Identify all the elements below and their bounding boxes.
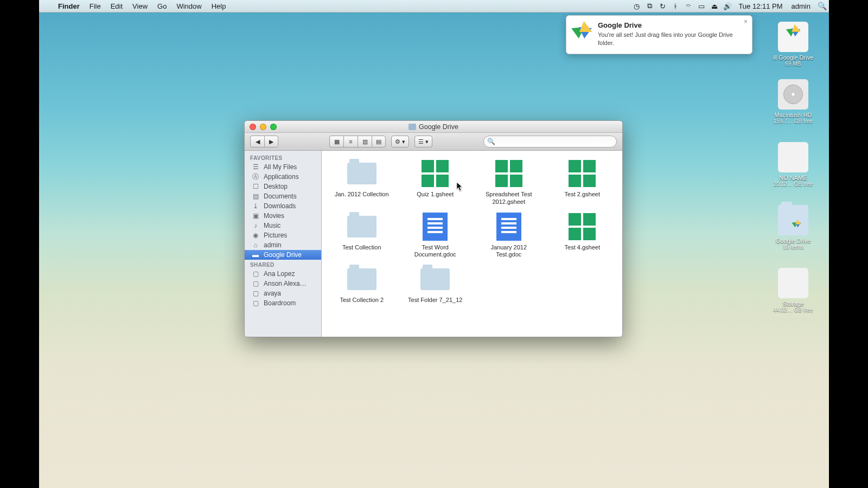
search-input[interactable] [483,136,617,147]
file-label: January 2012 Test.gdoc [479,244,539,259]
sidebar-item-label: avaya [264,290,281,297]
sidebar-item-google-drive[interactable]: ▬Google Drive [245,250,321,260]
desktop-icon-storage[interactable]: Storage 44.02… GB free [769,268,817,313]
sidebar-item-label: Applications [264,173,299,181]
nav-back-forward: ◀ ▶ [250,136,278,147]
sidebar-downloads-icon: ⤓ [251,202,260,210]
file-label: Test Collection 2 [340,297,384,304]
file-label: Spreadsheet Test 2012.gsheet [479,191,539,206]
sidebar-item-downloads[interactable]: ⤓Downloads [245,201,321,211]
window-minimize-button[interactable] [260,124,266,130]
file-item[interactable]: Quiz 1.gsheet [400,157,471,207]
file-item[interactable]: Test 4.gsheet [547,210,618,260]
gdoc-icon [423,213,448,241]
sidebar-item-label: Documents [264,192,297,200]
sidebar-apps-icon: Ⓐ [251,173,260,181]
time-machine-icon[interactable]: ↻ [656,2,669,10]
menu-extra-icon[interactable]: ◷ [630,2,643,10]
view-icon-button[interactable]: ▦ [329,136,343,147]
file-item[interactable]: Test Folder 7_21_12 [400,263,471,305]
file-item[interactable]: Test Word Document.gdoc [400,210,471,260]
desktop-icon-google-drive-folder[interactable]: Google Drive 10 items [769,205,817,250]
menu-help[interactable]: Help [207,2,231,10]
sidebar-item-all-my-files[interactable]: ☰All My Files [245,162,321,172]
sidebar-item-desktop[interactable]: ☐Desktop [245,182,321,191]
spotlight-icon[interactable]: 🔍 [815,2,829,10]
sidebar-shared-boardroom[interactable]: ▢Boardroom [245,298,321,308]
sidebar-item-label: Desktop [264,183,288,190]
desktop-icon-gdrive-app[interactable]: ill Google Drive 69 MB [769,17,817,67]
menu-go[interactable]: Go [152,2,171,10]
folder-icon [420,268,450,290]
sidebar-shared-ana-lopez[interactable]: ▢Ana Lopez [245,269,321,279]
view-coverflow-button[interactable]: ▤ [372,136,386,147]
gear-icon: ⚙ [395,138,400,145]
sidebar-header-favorites: FAVORITES [245,153,321,162]
sidebar-item-documents[interactable]: ▤Documents [245,191,321,201]
sidebar-movies-icon: ▣ [251,212,260,220]
desktop-icon-sub: 20.12… GB free [769,181,817,187]
menu-view[interactable]: View [127,2,152,10]
file-item[interactable]: Test 2.gsheet [547,157,618,207]
sidebar-item-pictures[interactable]: ◉Pictures [245,230,321,240]
window-close-button[interactable] [250,124,256,130]
file-item[interactable]: Test Collection 2 [326,263,398,305]
finder-content-area[interactable]: Jan. 2012 CollectionQuiz 1.gsheetSpreads… [322,151,622,337]
volume-icon[interactable]: 🔊 [721,2,734,10]
desktop-icon-no-name[interactable]: NO NAME 20.12… GB free [769,142,817,187]
window-zoom-button[interactable] [270,124,277,130]
view-column-button[interactable]: ▥ [358,136,372,147]
sidebar-item-label: Music [264,222,280,229]
desktop-icon-label: Macintosh HD [769,112,817,118]
app-name[interactable]: Finder [53,2,85,10]
display-icon[interactable]: ▭ [695,2,708,10]
sidebar-item-movies[interactable]: ▣Movies [245,211,321,221]
notification-close-icon[interactable]: × [744,18,748,25]
file-label: Test Folder 7_21_12 [408,297,462,304]
nav-forward-button[interactable]: ▶ [264,136,278,147]
desktop-icon-sub: 44.02… GB free [769,307,817,313]
window-titlebar[interactable]: Google Drive [245,121,622,133]
sidebar-item-admin[interactable]: ⌂admin [245,240,321,250]
sidebar-item-music[interactable]: ♪Music [245,221,321,230]
folder-icon [347,216,376,237]
sidebar-docs-icon: ▤ [251,192,260,200]
desktop-icon-sub: 10 items [769,244,817,250]
file-label: Test Word Document.gdoc [405,244,465,259]
sidebar-computer-icon: ▢ [251,290,260,297]
menu-file[interactable]: File [85,2,106,10]
sidebar-item-label: Movies [264,212,284,220]
menubar-user[interactable]: admin [787,2,815,10]
sidebar-item-label: Downloads [264,202,296,210]
gsheet-icon [569,160,596,187]
sidebar-item-label: All My Files [264,163,297,171]
sidebar-shared-avaya[interactable]: ▢avaya [245,288,321,298]
sidebar-shared-anson-alexa-[interactable]: ▢Anson Alexa… [245,279,321,288]
eject-icon[interactable]: ⏏ [708,2,721,10]
file-item[interactable]: Spreadsheet Test 2012.gsheet [473,157,545,207]
notification-toast[interactable]: × Google Drive You're all set! Just drag… [566,15,752,54]
menu-edit[interactable]: Edit [106,2,127,10]
action-menu-button[interactable]: ⚙▾ [391,136,409,147]
folder-icon [347,163,376,184]
menu-window[interactable]: Window [171,2,206,10]
bluetooth-icon[interactable]: ᚼ [669,2,682,10]
file-item[interactable]: Jan. 2012 Collection [326,157,398,207]
view-list-button[interactable]: ≡ [343,136,358,147]
finder-window: Google Drive ◀ ▶ ▦ ≡ ▥ ▤ ⚙▾ ☰▾ 🔍 [244,120,623,337]
desktop-icon-macintosh-hd[interactable]: Macintosh HD 159.7… GB free [769,79,817,124]
finder-sidebar[interactable]: FAVORITES ☰All My FilesⒶApplications☐Des… [245,151,322,337]
nav-back-button[interactable]: ◀ [250,136,264,147]
file-label: Quiz 1.gsheet [417,191,454,198]
menubar-clock[interactable]: Tue 12:11 PM [734,2,787,10]
arrange-menu-button[interactable]: ☰▾ [414,136,432,147]
wifi-icon[interactable]: ⌔ [682,2,695,10]
window-title: Google Drive [419,123,458,131]
sidebar-item-applications[interactable]: ⒶApplications [245,172,321,182]
chevron-down-icon: ▾ [402,138,405,145]
google-drive-logo-icon [572,21,592,40]
file-item[interactable]: January 2012 Test.gdoc [473,210,545,260]
sidebar-home-icon: ⌂ [251,241,260,249]
screen-record-icon[interactable]: ⧉ [643,2,656,10]
file-item[interactable]: Test Collection [326,210,398,260]
